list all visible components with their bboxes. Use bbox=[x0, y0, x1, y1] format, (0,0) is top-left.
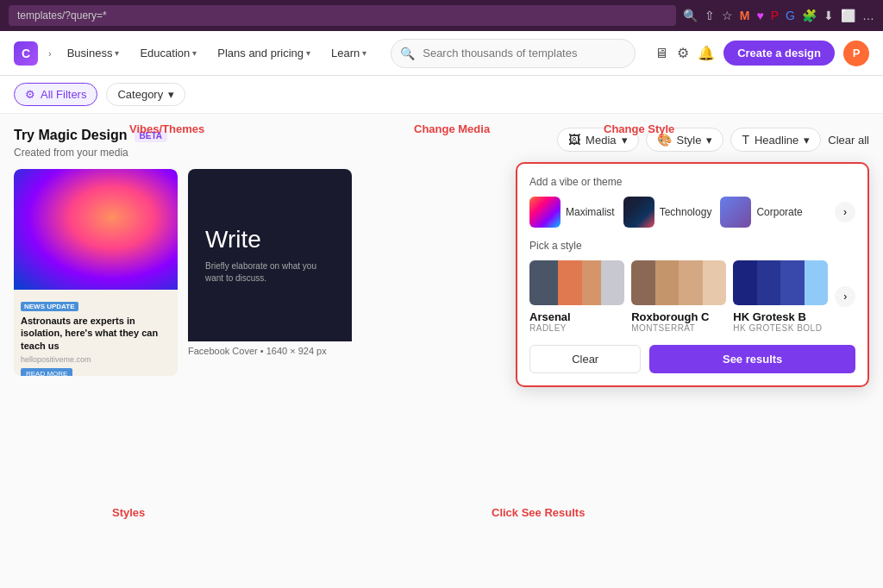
vibe-maximalist-label: Maximalist bbox=[566, 206, 615, 218]
media-icon: 🖼 bbox=[568, 133, 580, 147]
browser-icons: 🔍 ⇧ ☆ M ♥ P G 🧩 ⬇ ⬜ … bbox=[683, 9, 874, 22]
style-icon: 🎨 bbox=[657, 133, 672, 147]
style-hk-sub: HK GROTESK BOLD bbox=[733, 323, 826, 333]
style-hk[interactable]: HK Grotesk B HK GROTESK BOLD bbox=[733, 260, 826, 333]
search-icon-nav: 🔍 bbox=[400, 47, 415, 60]
panel-actions: Clear See results bbox=[529, 345, 855, 373]
star-icon[interactable]: ☆ bbox=[722, 9, 733, 22]
share-icon[interactable]: ⇧ bbox=[705, 9, 715, 22]
write-body: Briefly elaborate on what you want to di… bbox=[205, 260, 335, 285]
top-filter-chips: 🖼 Media ▾ 🎨 Style ▾ T Headline ▾ Clear a… bbox=[557, 128, 869, 152]
annotation-styles: Styles bbox=[112, 506, 145, 519]
style-roxborough-name: Roxborough C bbox=[631, 310, 724, 323]
style-arsenal-swatch bbox=[529, 260, 624, 305]
beta-badge: BETA bbox=[135, 129, 167, 142]
style-hk-name: HK Grotesk B bbox=[733, 310, 826, 323]
style-arsenal[interactable]: Arsenal Radley bbox=[529, 260, 623, 333]
more-icon[interactable]: … bbox=[862, 9, 874, 22]
vibe-corporate-label: Corporate bbox=[756, 206, 802, 218]
read-more-button[interactable]: READ MORE bbox=[21, 368, 72, 376]
media-filter-chip[interactable]: 🖼 Media ▾ bbox=[557, 128, 638, 152]
nav-plans-label: Plans and pricing bbox=[217, 47, 304, 59]
google-icon[interactable]: G bbox=[786, 9, 795, 22]
pinterest-icon[interactable]: P bbox=[771, 9, 779, 22]
astronaut-card-inner: NEWS UPDATE Astronauts are experts in is… bbox=[14, 169, 178, 376]
annotation-click-see-results: Click See Results bbox=[492, 506, 585, 519]
nav-education-chevron: ▾ bbox=[192, 48, 197, 58]
pick-style-label: Pick a style bbox=[529, 240, 855, 252]
see-results-button[interactable]: See results bbox=[649, 345, 855, 373]
styles-row: Arsenal Radley Roxborough C MONTSERRAT H… bbox=[529, 260, 855, 333]
template-card-write[interactable]: Write Briefly elaborate on what you want… bbox=[188, 169, 352, 376]
search-input[interactable] bbox=[391, 39, 636, 68]
clear-button[interactable]: Clear bbox=[529, 345, 641, 373]
media-label: Media bbox=[586, 134, 616, 147]
write-title: Write bbox=[205, 226, 335, 253]
astronaut-title: Astronauts are experts in isolation, her… bbox=[21, 315, 171, 352]
template-card-astronaut[interactable]: ‹ NEWS UPDATE Astronauts are experts in … bbox=[14, 169, 178, 376]
style-filter-chip[interactable]: 🎨 Style ▾ bbox=[646, 128, 724, 152]
headline-label: Headline bbox=[755, 134, 798, 147]
nav-learn[interactable]: Learn ▾ bbox=[326, 43, 372, 63]
nav-business-label: Business bbox=[67, 47, 113, 59]
filter-bar: ⚙ All Filters Category ▾ bbox=[0, 76, 883, 114]
headline-filter-chip[interactable]: T Headline ▾ bbox=[730, 128, 821, 152]
vibes-row: Maximalist Technology Corporate › bbox=[529, 197, 855, 228]
category-label: Category bbox=[117, 88, 163, 101]
bell-icon[interactable]: 🔔 bbox=[698, 45, 715, 61]
style-panel: Add a vibe or theme Maximalist Technolog… bbox=[516, 162, 869, 387]
create-design-button[interactable]: Create a design bbox=[723, 41, 835, 66]
nav-education[interactable]: Education ▾ bbox=[135, 43, 202, 63]
vibe-technology-thumb bbox=[623, 197, 654, 228]
style-arsenal-sub: Radley bbox=[529, 323, 623, 333]
extension-icon[interactable]: 🧩 bbox=[802, 9, 817, 22]
monitor-icon[interactable]: 🖥 bbox=[654, 46, 668, 61]
headline-chevron: ▾ bbox=[804, 134, 810, 147]
url-text: templates/?query=* bbox=[17, 9, 107, 22]
nav-education-label: Education bbox=[140, 47, 190, 59]
category-filter-button[interactable]: Category ▾ bbox=[106, 83, 185, 106]
vibe-technology[interactable]: Technology bbox=[623, 197, 712, 228]
vibe-maximalist[interactable]: Maximalist bbox=[529, 197, 615, 228]
style-roxborough-swatch bbox=[631, 260, 726, 305]
vibes-next-button[interactable]: › bbox=[835, 202, 855, 222]
write-card-label: Facebook Cover • 1640 × 924 px bbox=[188, 346, 352, 356]
style-hk-swatch bbox=[733, 260, 828, 305]
filter-icon: ⚙ bbox=[25, 88, 35, 101]
avatar[interactable]: P bbox=[843, 41, 869, 66]
nav-business[interactable]: Business ▾ bbox=[62, 43, 125, 63]
navbar: C › Business ▾ Education ▾ Plans and pri… bbox=[0, 31, 883, 76]
news-update-badge: NEWS UPDATE bbox=[21, 302, 78, 311]
nav-plans-pricing[interactable]: Plans and pricing ▾ bbox=[212, 43, 316, 63]
main-content: Try Magic Design BETA Created from your … bbox=[0, 114, 883, 588]
nav-search-container: 🔍 bbox=[391, 39, 636, 68]
nav-plans-chevron: ▾ bbox=[306, 48, 310, 58]
search-icon[interactable]: 🔍 bbox=[683, 9, 698, 22]
all-filters-button[interactable]: ⚙ All Filters bbox=[14, 83, 97, 106]
clear-all-button[interactable]: Clear all bbox=[828, 134, 869, 147]
nav-business-chevron: ▾ bbox=[115, 48, 119, 58]
nav-right: 🖥 ⚙ 🔔 Create a design P bbox=[654, 41, 869, 66]
all-filters-label: All Filters bbox=[41, 88, 86, 101]
canva-logo: C bbox=[14, 41, 38, 66]
astronaut-content: NEWS UPDATE Astronauts are experts in is… bbox=[14, 290, 178, 376]
style-roxborough[interactable]: Roxborough C MONTSERRAT bbox=[631, 260, 724, 333]
nav-home-chevron[interactable]: › bbox=[48, 48, 52, 59]
write-card-content: Write Briefly elaborate on what you want… bbox=[188, 209, 352, 302]
nav-learn-label: Learn bbox=[331, 47, 360, 59]
styles-next-button[interactable]: › bbox=[835, 286, 855, 307]
settings-icon[interactable]: ⚙ bbox=[677, 45, 689, 61]
media-chevron: ▾ bbox=[622, 134, 628, 147]
vibe-corporate[interactable]: Corporate bbox=[720, 197, 802, 228]
astronaut-url: hellopositiveme.com bbox=[21, 355, 171, 364]
style-chevron: ▾ bbox=[706, 134, 712, 147]
write-card-image: Write Briefly elaborate on what you want… bbox=[188, 169, 352, 341]
browser-url: templates/?query=* bbox=[9, 5, 676, 26]
browser-chrome: templates/?query=* 🔍 ⇧ ☆ M ♥ P G 🧩 ⬇ ⬜ … bbox=[0, 0, 883, 31]
heart-icon[interactable]: ♥ bbox=[756, 9, 763, 22]
m-icon[interactable]: M bbox=[740, 9, 750, 22]
vibe-section-label: Add a vibe or theme bbox=[529, 176, 855, 188]
download-icon[interactable]: ⬇ bbox=[824, 9, 834, 22]
window-icon[interactable]: ⬜ bbox=[841, 9, 855, 22]
category-chevron: ▾ bbox=[168, 88, 174, 101]
